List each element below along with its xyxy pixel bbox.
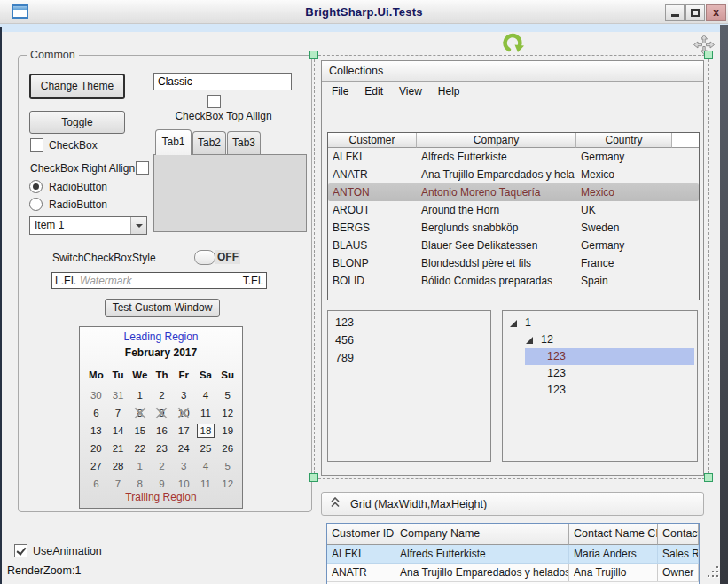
calendar-day[interactable]: 14 [107, 422, 129, 440]
menu-item[interactable]: File [324, 83, 356, 99]
calendar-day[interactable]: 31 [107, 386, 129, 404]
list-item[interactable]: 123 [328, 314, 490, 331]
selection-handle-bottom-right[interactable] [704, 473, 713, 482]
test-custom-window-button[interactable]: Test Custom Window [105, 299, 220, 317]
calendar-day[interactable]: 20 [85, 440, 107, 457]
toggle-button[interactable]: Toggle [29, 111, 125, 134]
column-header-company[interactable]: Company [417, 133, 576, 148]
collapse-up-icon[interactable] [331, 497, 340, 510]
table-row[interactable]: AROUT Around the Horn UK [328, 201, 699, 219]
tree-item-leaf-selected[interactable]: 123 [525, 348, 694, 365]
column-header-country[interactable]: Country [576, 133, 672, 148]
table-row[interactable]: ANATR Ana Trujillo Emparedados y hela Me… [328, 166, 699, 183]
calendar-day[interactable]: 11 [195, 475, 217, 493]
calendar-day[interactable]: 19 [216, 422, 239, 440]
table-row[interactable]: BLONP Blondesddsl père et fils France [328, 254, 699, 272]
tree-expanded-icon[interactable] [526, 337, 533, 344]
theme-input[interactable] [153, 73, 292, 90]
table-row[interactable]: BLAUS Blauer See Delikatessen Germany [328, 237, 699, 254]
calendar-day[interactable]: 2 [151, 386, 173, 404]
tab-tab2[interactable]: Tab2 [192, 131, 226, 155]
calendar-day[interactable]: 30 [85, 386, 107, 404]
menu-item[interactable]: Help [430, 83, 468, 99]
calendar-day[interactable]: 13 [85, 422, 107, 440]
table-row[interactable]: ALFKI Alfreds Futterkiste Maria Anders S… [327, 545, 699, 564]
calendar-day[interactable]: 11 [195, 404, 217, 422]
minimize-button[interactable] [665, 4, 685, 21]
calendar-day[interactable]: 28 [107, 457, 129, 475]
calendar-day[interactable]: 27 [85, 457, 107, 475]
close-button[interactable]: x [706, 4, 726, 21]
list-item[interactable]: 789 [328, 349, 490, 367]
calendar-day[interactable]: 12 [216, 475, 239, 493]
watermark-textbox[interactable]: L.El. Watermark T.El. [51, 272, 267, 289]
tree-item-leaf[interactable]: 123 [503, 365, 697, 382]
item-combobox[interactable]: Item 1 [29, 216, 147, 235]
tree-item-leaf[interactable]: 123 [503, 382, 697, 399]
calendar-day[interactable]: 21 [107, 440, 129, 457]
calendar-day[interactable]: 6 [85, 404, 107, 422]
radio-button-1[interactable] [29, 180, 43, 193]
switch-toggle[interactable]: OFF [194, 249, 240, 265]
calendar-day[interactable]: 6 [85, 475, 107, 493]
calendar-day[interactable]: 2 [151, 457, 173, 475]
column-header-contact-name[interactable]: Contact Name CN [569, 524, 658, 545]
selection-handle-top-left[interactable] [309, 51, 318, 59]
tree-expanded-icon[interactable] [510, 320, 517, 327]
column-header-customer[interactable]: Customer [328, 133, 417, 148]
chevron-down-icon[interactable] [130, 217, 146, 234]
calendar-day[interactable]: 3 [173, 386, 195, 404]
calendar-day[interactable]: 5 [216, 386, 239, 404]
calendar-day[interactable]: 9 [151, 404, 173, 422]
radio-button-2[interactable] [29, 198, 43, 211]
tree-item-child[interactable]: 12 [503, 331, 697, 348]
titlebar[interactable]: BrightSharp.Ui.Tests x [0, 0, 728, 24]
checkbox-top-align[interactable] [207, 95, 221, 108]
checkbox-plain[interactable] [30, 138, 43, 152]
calendar-day[interactable]: 22 [129, 440, 151, 457]
column-header-company-name[interactable]: Company Name [395, 524, 569, 545]
table-row[interactable]: ALFKI Alfreds Futterkiste Germany [328, 148, 699, 166]
calendar-day[interactable]: 24 [173, 440, 195, 457]
calendar-day[interactable]: 1 [129, 386, 151, 404]
calendar-day[interactable]: 17 [173, 422, 195, 440]
switch-thumb[interactable] [194, 250, 215, 265]
maximize-button[interactable] [685, 4, 705, 21]
calendar-day[interactable]: 8 [129, 475, 151, 493]
checkbox-right-align[interactable] [136, 161, 149, 175]
calendar-day[interactable]: 8 [129, 404, 151, 422]
calendar-day[interactable]: 26 [216, 440, 239, 457]
menu-item[interactable]: Edit [356, 83, 391, 99]
calendar-day[interactable]: 25 [195, 440, 217, 457]
table-row[interactable]: BERGS Berglunds snabbköp Sweden [328, 219, 699, 237]
calendar-day[interactable]: 23 [151, 440, 173, 457]
calendar-day[interactable]: 15 [129, 422, 151, 440]
calendar-day[interactable]: 3 [173, 457, 195, 475]
table-row[interactable]: BOLID Bólido Comidas preparadas Spain [328, 272, 699, 290]
calendar-day[interactable]: 18 [195, 422, 217, 440]
calendar-day[interactable]: 10 [173, 475, 195, 493]
resize-grip[interactable] [708, 566, 720, 578]
calendar-month-title[interactable]: February 2017 [80, 347, 242, 359]
tab-tab1[interactable]: Tab1 [155, 129, 192, 155]
grid-expander-header[interactable]: Grid (MaxWidth,MaxHeight) [321, 492, 704, 516]
use-animation-checkbox[interactable] [14, 544, 27, 557]
calendar-day[interactable]: 10 [173, 404, 195, 422]
tree-item-root[interactable]: 1 [503, 315, 697, 331]
table-row[interactable]: ANATR Ana Trujillo Emparedados y helados… [327, 564, 699, 582]
calendar-day[interactable]: 9 [151, 475, 173, 493]
menu-item[interactable]: View [391, 83, 430, 99]
calendar-day[interactable]: 7 [107, 475, 129, 493]
calendar-day[interactable]: 4 [195, 386, 217, 404]
calendar-day[interactable]: 1 [129, 457, 151, 475]
rotate-icon[interactable] [501, 32, 528, 56]
calendar-day[interactable]: 5 [216, 457, 239, 475]
change-theme-button[interactable]: Change Theme [29, 74, 125, 99]
calendar-day[interactable]: 16 [151, 422, 173, 440]
column-header-contact-title[interactable]: Contact [658, 524, 699, 545]
selection-handle-bottom-left[interactable] [309, 473, 318, 482]
calendar-day[interactable]: 4 [195, 457, 217, 475]
column-header-customer-id[interactable]: Customer ID [327, 524, 395, 545]
selection-handle-top-right[interactable] [704, 51, 713, 59]
tab-tab3[interactable]: Tab3 [227, 131, 261, 155]
